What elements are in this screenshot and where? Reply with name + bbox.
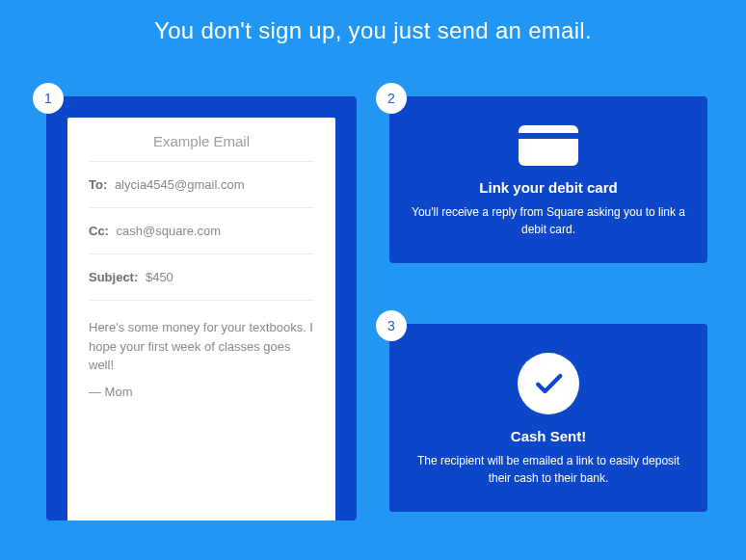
debit-card-icon: [519, 125, 578, 166]
step-3-badge: 3: [376, 310, 407, 341]
step-2-description: You'll receive a reply from Square askin…: [411, 203, 686, 238]
step-2-badge: 2: [376, 83, 407, 114]
email-body-text: Here's some money for your textbooks. I …: [89, 301, 314, 385]
example-email-title: Example Email: [89, 118, 314, 162]
steps-container: 1 Example Email To: alycia4545@gmail.com…: [0, 62, 746, 560]
step-2-panel: 2 Link your debit card You'll receive a …: [389, 96, 707, 263]
email-subject-label: Subject:: [89, 270, 138, 284]
step-3-title: Cash Sent!: [411, 428, 686, 444]
step-1-badge: 1: [33, 83, 64, 114]
email-to-value: alycia4545@gmail.com: [115, 177, 245, 192]
page-headline: You don't sign up, you just send an emai…: [0, 0, 746, 44]
step-1-panel: 1 Example Email To: alycia4545@gmail.com…: [46, 96, 357, 520]
email-cc-row: Cc: cash@square.com: [89, 208, 314, 254]
checkmark-circle-icon: [518, 353, 579, 414]
email-signature: — Mom: [89, 385, 314, 399]
step-2-title: Link your debit card: [411, 179, 686, 196]
email-to-row: To: alycia4545@gmail.com: [89, 162, 314, 208]
step-3-description: The recipient will be emailed a link to …: [411, 452, 686, 487]
step-3-panel: 3 Cash Sent! The recipient will be email…: [389, 324, 707, 512]
email-cc-label: Cc:: [89, 224, 109, 238]
example-email-sheet: Example Email To: alycia4545@gmail.com C…: [67, 118, 335, 520]
email-cc-value: cash@square.com: [117, 224, 222, 238]
email-subject-row: Subject: $450: [89, 254, 314, 301]
email-to-label: To:: [89, 177, 107, 192]
email-subject-value: $450: [146, 270, 173, 284]
